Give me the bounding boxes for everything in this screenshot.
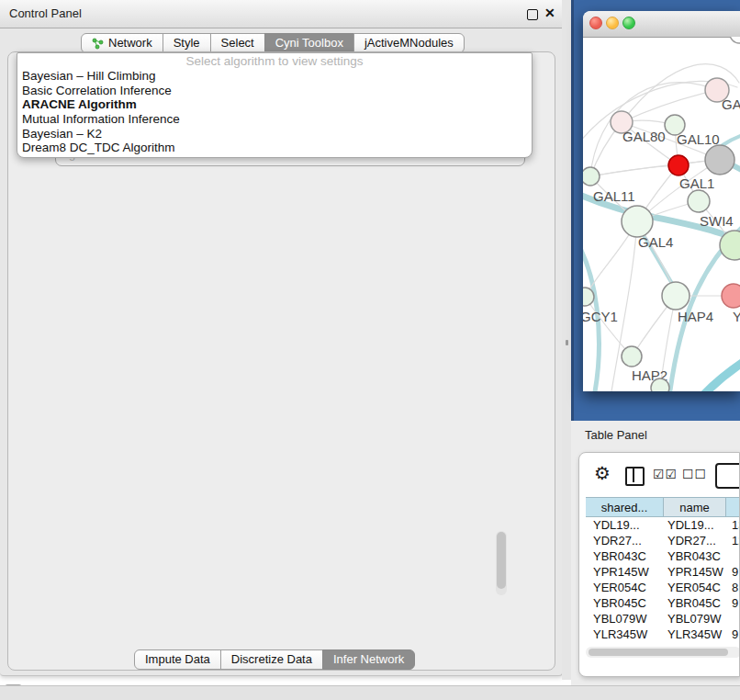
document-icon[interactable] xyxy=(715,463,740,489)
cell: 9. xyxy=(726,627,740,642)
tab-discretize-data[interactable]: Discretize Data xyxy=(220,649,323,670)
close-icon[interactable]: ✕ xyxy=(544,6,555,20)
network-node-hap2[interactable] xyxy=(622,346,642,367)
window-title: Control Panel xyxy=(9,0,82,28)
cell: YER054C xyxy=(664,580,726,595)
cell: YPR145W xyxy=(664,564,726,580)
cell: YBR043C xyxy=(586,548,664,564)
cell: 12 xyxy=(726,533,740,548)
cell: YBL079W xyxy=(586,611,664,627)
network-view-window: GALGAL80GAL10GAL1GAL11SWI4GAL4GCY1HAP4YH… xyxy=(583,11,740,391)
node-label: GAL4 xyxy=(638,234,673,250)
cell: 13 xyxy=(726,517,740,533)
table-row[interactable]: YPR145WYPR145W9. xyxy=(586,564,740,580)
table-row[interactable]: YBR045CYBR045C9. xyxy=(586,595,740,611)
tab-label: Select xyxy=(221,34,254,52)
tab-impute-data[interactable]: Impute Data xyxy=(134,649,221,670)
table-row[interactable]: YBR043CYBR043C xyxy=(586,548,740,564)
control-panel-window: Control Panel ✕ Network Style Select Cyn… xyxy=(0,0,563,676)
tab-select[interactable]: Select xyxy=(210,33,265,53)
network-node-y[interactable] xyxy=(722,284,740,308)
table-horizontal-scrollbar-thumb[interactable] xyxy=(589,649,728,656)
network-edge xyxy=(585,297,632,356)
dropdown-item[interactable]: Basic Correlation Inference xyxy=(17,84,532,98)
table-row[interactable]: YLR345WYLR345W9. xyxy=(586,627,740,642)
gear-icon[interactable]: ⚙ xyxy=(594,464,611,482)
cell: 8. xyxy=(726,580,740,595)
unchecked-boxes-icon[interactable]: ☐☐ xyxy=(682,467,707,481)
cell: YBR045C xyxy=(664,595,726,611)
network-node[interactable] xyxy=(651,378,669,391)
column-header-cut[interactable] xyxy=(726,497,740,517)
network-node-gal11[interactable] xyxy=(583,167,600,186)
cell: YIL052C xyxy=(586,642,664,646)
cell: YLR345W xyxy=(664,627,726,642)
table-header-row: shared... name xyxy=(586,497,740,517)
maximize-icon[interactable] xyxy=(527,9,538,20)
table-row[interactable]: YDL19...YDL19...13 xyxy=(586,517,740,533)
network-edge xyxy=(590,160,720,176)
network-node-gal4[interactable] xyxy=(622,206,653,237)
cell: YDR27... xyxy=(664,533,726,548)
network-node[interactable] xyxy=(730,37,740,43)
algorithm-dropdown-popup: Select algorithm to view settings Bayesi… xyxy=(17,52,533,158)
network-node-swi4[interactable] xyxy=(688,190,710,212)
tab-infer-network[interactable]: Infer Network xyxy=(322,649,415,670)
cell xyxy=(726,611,740,627)
bottom-status-strip xyxy=(0,685,740,700)
network-canvas[interactable]: GALGAL80GAL10GAL1GAL11SWI4GAL4GCY1HAP4YH… xyxy=(583,37,740,391)
tab-label: Network xyxy=(108,34,152,52)
dropdown-item[interactable]: Bayesian – Hill Climbing xyxy=(17,69,532,84)
tab-label: Infer Network xyxy=(333,650,404,669)
network-icon xyxy=(92,38,104,50)
cell: YDL19... xyxy=(586,517,664,533)
node-label: GAL xyxy=(722,96,740,112)
tab-jactivemnodules[interactable]: jActiveMNodules xyxy=(353,33,465,53)
columns-icon[interactable] xyxy=(625,467,645,486)
network-node[interactable] xyxy=(705,145,734,175)
cell xyxy=(726,548,740,564)
network-node-hap4[interactable] xyxy=(662,282,690,310)
dropdown-item[interactable]: Bayesian – K2 xyxy=(17,127,532,141)
table-body: YDL19...YDL19...13 YDR27...YDR27...12 YB… xyxy=(586,517,740,646)
node-label: GAL1 xyxy=(679,175,714,191)
tab-label: jActiveMNodules xyxy=(364,34,454,52)
table-row[interactable]: YDR27...YDR27...12 xyxy=(586,533,740,548)
zoom-traffic-light[interactable] xyxy=(622,17,635,29)
split-handle[interactable] xyxy=(566,340,568,345)
dropdown-item-highlighted[interactable]: ARACNE Algorithm xyxy=(17,97,532,112)
attribute-list-scrollbar-thumb[interactable] xyxy=(497,532,506,589)
tab-cyni-toolbox[interactable]: Cyni Toolbox xyxy=(264,33,354,53)
checked-boxes-icon[interactable]: ☑☑ xyxy=(653,467,678,481)
screenshot-root: { "colors": { "selection_blue": "#3B6FD1… xyxy=(0,0,740,700)
dropdown-item[interactable]: Mutual Information Inference xyxy=(17,112,532,127)
column-header-shared[interactable]: shared... xyxy=(586,497,664,517)
cell: YIL052C xyxy=(664,642,726,646)
column-header-name[interactable]: name xyxy=(664,497,726,517)
node-label: HAP4 xyxy=(678,309,713,324)
network-window-titlebar[interactable] xyxy=(583,11,740,38)
node-label: GAL11 xyxy=(593,188,635,204)
control-panel-titlebar: Control Panel ✕ xyxy=(0,0,562,28)
table-row[interactable]: YER054CYER054C8. xyxy=(586,580,740,595)
tab-network[interactable]: Network xyxy=(81,33,163,53)
network-edge xyxy=(723,132,740,145)
table-panel-title: Table Panel xyxy=(585,428,647,442)
table-row[interactable]: YIL052CYIL052C0. xyxy=(586,642,740,646)
node-label: Y xyxy=(733,309,740,324)
node-label: GAL10 xyxy=(677,131,720,147)
cell: YPR145W xyxy=(586,564,664,580)
network-node-gal1[interactable] xyxy=(668,155,689,175)
close-traffic-light[interactable] xyxy=(589,17,602,29)
control-panel-tabbar: Network Style Select Cyni Toolbox jActiv… xyxy=(81,33,465,53)
minimize-traffic-light[interactable] xyxy=(606,17,619,29)
cell: YDR27... xyxy=(586,533,664,548)
bottom-tabbar: Impute Data Discretize Data Infer Networ… xyxy=(134,649,415,670)
tab-style[interactable]: Style xyxy=(163,33,211,53)
dropdown-item[interactable]: Dream8 DC_TDC Algorithm xyxy=(17,141,532,155)
cell: YDL19... xyxy=(664,517,726,533)
node-label: SWI4 xyxy=(700,213,734,229)
cell: 9. xyxy=(726,595,740,611)
cell: 9. xyxy=(726,564,740,580)
table-row[interactable]: YBL079WYBL079W xyxy=(586,611,740,627)
